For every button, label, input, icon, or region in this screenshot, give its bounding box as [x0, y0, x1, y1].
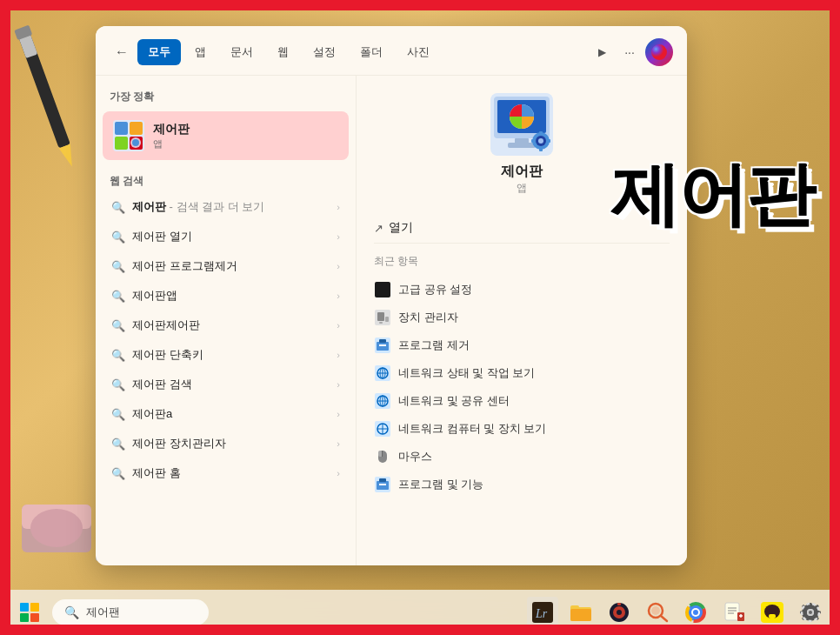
best-match-info: 제어판 앱	[153, 122, 190, 150]
taskbar-app-kakao[interactable]	[757, 597, 788, 628]
search-result-9[interactable]: 🔍 제어판 홈 ›	[103, 458, 349, 488]
bing-icon[interactable]	[645, 38, 673, 66]
svg-rect-32	[377, 312, 384, 321]
search-result-6[interactable]: 🔍 제어판 검색 ›	[103, 370, 349, 399]
search-result-text-7: 제어판a	[132, 406, 172, 422]
svg-rect-37	[379, 339, 386, 343]
taskbar-app-search[interactable]	[642, 597, 673, 628]
svg-rect-12	[115, 122, 128, 135]
search-result-7[interactable]: 🔍 제어판a ›	[103, 399, 349, 429]
svg-rect-68	[617, 603, 621, 605]
open-label: 열기	[389, 220, 413, 236]
best-match-item[interactable]: 제어판 앱	[103, 111, 349, 160]
recent-item-text-3: 네트워크 상태 및 작업 보기	[398, 365, 535, 381]
recent-item-text-4: 네트워크 및 공유 센터	[398, 393, 510, 409]
search-icon-1: 🔍	[111, 231, 125, 244]
tab-photo[interactable]: 사진	[397, 39, 440, 65]
recent-item-1[interactable]: 장치 관리자	[374, 304, 670, 331]
chevron-5: ›	[337, 350, 340, 360]
search-result-8[interactable]: 🔍 제어판 장치관리자 ›	[103, 429, 349, 458]
recent-item-2[interactable]: 프로그램 제거	[374, 331, 670, 359]
search-icon-6: 🔍	[111, 378, 125, 391]
taskbar-app-chrome[interactable]	[680, 597, 711, 628]
svg-rect-30	[547, 139, 550, 143]
recent-item-5[interactable]: 네트워크 컴퓨터 및 장치 보기	[374, 415, 670, 443]
search-icon-2: 🔍	[111, 260, 125, 273]
search-icon-4: 🔍	[111, 319, 125, 332]
recent-item-icon-1	[374, 309, 391, 326]
chevron-4: ›	[337, 320, 340, 331]
search-result-4[interactable]: 🔍 제어판제어판 ›	[103, 311, 349, 340]
search-result-text-5: 제어판 단축키	[132, 347, 203, 363]
svg-line-70	[661, 616, 667, 621]
svg-rect-58	[379, 478, 386, 482]
taskbar-app-media[interactable]	[603, 597, 635, 628]
web-search-label: 웹 검색	[103, 170, 349, 192]
search-result-text-8: 제어판 장치관리자	[132, 436, 226, 451]
best-match-type: 앱	[153, 137, 190, 150]
tab-folder[interactable]: 폴더	[350, 39, 393, 65]
search-icon-5: 🔍	[111, 349, 125, 362]
taskbar-search-box[interactable]: 🔍 제어팬	[52, 599, 209, 625]
chevron-7: ›	[337, 409, 340, 419]
back-button[interactable]: ←	[110, 40, 134, 64]
search-window: ← 모두 앱 문서 웹 설정 폴더 사진 ▶ ···	[96, 26, 687, 565]
start-button[interactable]	[14, 597, 45, 628]
chevron-8: ›	[337, 438, 340, 449]
nav-bar: ← 모두 앱 문서 웹 설정 폴더 사진 ▶ ···	[96, 26, 687, 76]
chevron-6: ›	[337, 379, 340, 390]
app-detail-icon	[490, 93, 553, 156]
search-result-text-3: 제어판앱	[132, 288, 177, 304]
search-result-0[interactable]: 🔍 제어판 - 검색 결과 더 보기 ›	[103, 192, 349, 222]
main-content: 가장 정확	[96, 76, 687, 565]
recent-item-0[interactable]: 고급 공유 설정	[374, 276, 670, 304]
search-result-text-0: 제어판 - 검색 결과 더 보기	[132, 199, 264, 215]
svg-rect-23	[508, 143, 536, 148]
chevron-1: ›	[337, 231, 340, 242]
search-result-5[interactable]: 🔍 제어판 단축키 ›	[103, 340, 349, 370]
svg-point-67	[617, 610, 622, 615]
chevron-3: ›	[337, 291, 340, 301]
recent-item-text-2: 프로그램 제거	[398, 338, 470, 353]
svg-rect-34	[379, 322, 383, 324]
tab-doc[interactable]: 문서	[220, 39, 263, 65]
recent-item-text-6: 마우스	[398, 449, 432, 465]
chevron-9: ›	[337, 468, 340, 478]
svg-point-6	[30, 509, 83, 547]
play-button[interactable]: ▶	[590, 40, 614, 64]
right-panel: 제어판 앱 ↗ 열기 최근 항목 고급 공유 설정	[357, 76, 687, 565]
recent-item-icon-3	[374, 364, 391, 382]
svg-rect-88	[769, 614, 776, 618]
recent-item-4[interactable]: 네트워크 및 공유 센터	[374, 387, 670, 415]
search-result-3[interactable]: 🔍 제어판앱 ›	[103, 281, 349, 311]
tab-all[interactable]: 모두	[137, 39, 181, 65]
search-result-2[interactable]: 🔍 제어판 프로그램제거 ›	[103, 251, 349, 281]
taskbar-app-explorer[interactable]	[565, 597, 597, 628]
tab-web[interactable]: 웹	[267, 39, 299, 65]
svg-point-71	[651, 606, 660, 615]
svg-point-77	[693, 610, 698, 615]
svg-rect-13	[130, 122, 143, 135]
open-icon: ↗	[374, 222, 383, 235]
recent-item-3[interactable]: 네트워크 상태 및 작업 보기	[374, 359, 670, 387]
big-korean-overlay: 제어판	[610, 157, 814, 233]
taskbar-search-icon: 🔍	[64, 605, 79, 619]
tab-settings[interactable]: 설정	[303, 39, 346, 65]
recent-item-text-1: 장치 관리자	[398, 310, 458, 325]
recent-item-7[interactable]: 프로그램 및 기능	[374, 471, 670, 498]
search-result-text-1: 제어판 열기	[132, 229, 192, 244]
taskbar-search-text: 제어팬	[86, 605, 120, 620]
windows-logo	[20, 603, 39, 622]
search-result-text-6: 제어판 검색	[132, 377, 192, 392]
left-panel: 가장 정확	[96, 76, 357, 565]
svg-rect-14	[115, 137, 128, 150]
search-icon-8: 🔍	[111, 438, 125, 451]
taskbar-app-lightroom[interactable]: Lr	[527, 597, 558, 628]
taskbar-app-notepad[interactable]	[718, 597, 750, 628]
taskbar-app-settings[interactable]	[795, 597, 826, 628]
recent-item-6[interactable]: 마우스	[374, 443, 670, 471]
more-button[interactable]: ···	[617, 40, 642, 64]
tab-app[interactable]: 앱	[184, 39, 217, 65]
svg-point-10	[651, 44, 667, 60]
search-result-1[interactable]: 🔍 제어판 열기 ›	[103, 222, 349, 251]
